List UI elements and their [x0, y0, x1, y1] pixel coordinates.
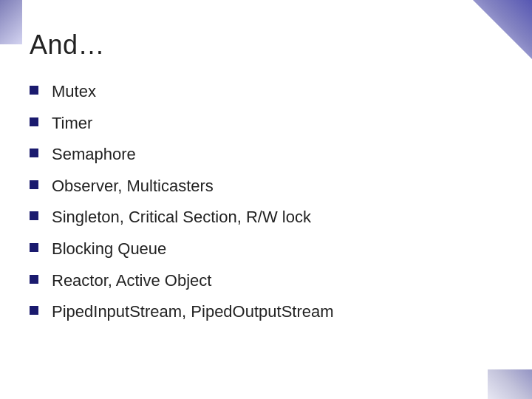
- bullet-text: PipedInputStream, PipedOutputStream: [52, 301, 502, 323]
- bullet-icon: [30, 306, 38, 315]
- bullet-text: Observer, Multicasters: [52, 176, 502, 197]
- slide-title: And…: [30, 30, 502, 61]
- list-item: Reactor, Active Object: [30, 270, 502, 292]
- list-item: Observer, Multicasters: [30, 176, 502, 197]
- bullet-text: Singleton, Critical Section, R/W lock: [52, 207, 502, 228]
- bullet-icon: [30, 243, 38, 252]
- bullet-text: Semaphore: [52, 144, 502, 166]
- list-item: Timer: [30, 113, 502, 134]
- bullet-icon: [30, 180, 38, 189]
- bullet-icon: [30, 275, 38, 284]
- list-item: Mutex: [30, 81, 502, 103]
- bullet-icon: [30, 211, 38, 220]
- bullet-text: Blocking Queue: [52, 239, 502, 260]
- list-item: Semaphore: [30, 144, 502, 166]
- bullet-text: Mutex: [52, 81, 502, 103]
- list-item: PipedInputStream, PipedOutputStream: [30, 301, 502, 323]
- bullet-icon: [30, 149, 38, 157]
- list-item: Singleton, Critical Section, R/W lock: [30, 207, 502, 228]
- decorative-corner-top-left: [0, 0, 22, 44]
- bullet-text: Reactor, Active Object: [52, 270, 502, 292]
- bullet-icon: [30, 86, 38, 95]
- bullet-text: Timer: [52, 113, 502, 134]
- list-item: Blocking Queue: [30, 239, 502, 260]
- bullet-list: MutexTimerSemaphoreObserver, Multicaster…: [30, 81, 502, 323]
- bullet-icon: [30, 117, 38, 126]
- slide-content: And… MutexTimerSemaphoreObserver, Multic…: [30, 22, 502, 384]
